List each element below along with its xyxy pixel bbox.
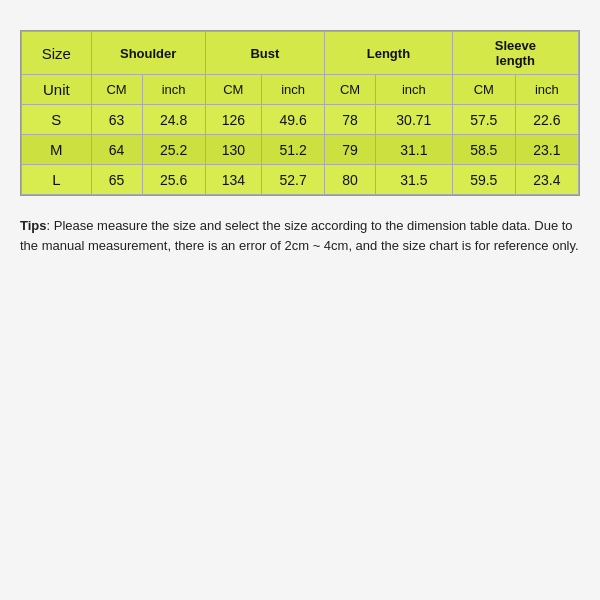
unit-sleeve-inch: inch (515, 75, 578, 105)
l-bust-cm: 134 (205, 165, 261, 195)
l-sleeve-cm: 59.5 (452, 165, 515, 195)
unit-bust-cm: CM (205, 75, 261, 105)
l-bust-inch: 52.7 (262, 165, 325, 195)
tips-label: Tips: Please measure the size and select… (20, 218, 579, 253)
table-row-l: L 65 25.6 134 52.7 80 31.5 59.5 23.4 (22, 165, 579, 195)
table-row-s: S 63 24.8 126 49.6 78 30.71 57.5 22.6 (22, 105, 579, 135)
s-sleeve-inch: 22.6 (515, 105, 578, 135)
m-length-cm: 79 (325, 135, 376, 165)
s-length-inch: 30.71 (376, 105, 453, 135)
header-shoulder: Shoulder (91, 32, 205, 75)
l-sleeve-inch: 23.4 (515, 165, 578, 195)
table-unit-row: Unit CM inch CM inch CM inch CM inch (22, 75, 579, 105)
header-bust: Bust (205, 32, 324, 75)
m-sleeve-inch: 23.1 (515, 135, 578, 165)
unit-sleeve-cm: CM (452, 75, 515, 105)
header-length: Length (325, 32, 453, 75)
header-sleeve: Sleeve length (452, 32, 578, 75)
unit-bust-inch: inch (262, 75, 325, 105)
s-bust-cm: 126 (205, 105, 261, 135)
m-sleeve-cm: 58.5 (452, 135, 515, 165)
l-length-inch: 31.5 (376, 165, 453, 195)
m-bust-inch: 51.2 (262, 135, 325, 165)
m-shoulder-cm: 64 (91, 135, 142, 165)
l-shoulder-inch: 25.6 (142, 165, 205, 195)
l-length-cm: 80 (325, 165, 376, 195)
size-m: M (22, 135, 92, 165)
unit-length-cm: CM (325, 75, 376, 105)
unit-shoulder-cm: CM (91, 75, 142, 105)
s-bust-inch: 49.6 (262, 105, 325, 135)
m-length-inch: 31.1 (376, 135, 453, 165)
size-table: Size Shoulder Bust Length Sleeve length … (21, 31, 579, 195)
size-table-wrapper: Size Shoulder Bust Length Sleeve length … (20, 30, 580, 196)
table-row-m: M 64 25.2 130 51.2 79 31.1 58.5 23.1 (22, 135, 579, 165)
header-size: Size (22, 32, 92, 75)
l-shoulder-cm: 65 (91, 165, 142, 195)
m-bust-cm: 130 (205, 135, 261, 165)
s-length-cm: 78 (325, 105, 376, 135)
unit-shoulder-inch: inch (142, 75, 205, 105)
unit-label: Unit (22, 75, 92, 105)
s-shoulder-cm: 63 (91, 105, 142, 135)
size-s: S (22, 105, 92, 135)
s-shoulder-inch: 24.8 (142, 105, 205, 135)
size-l: L (22, 165, 92, 195)
unit-length-inch: inch (376, 75, 453, 105)
tips-text: : Please measure the size and select the… (20, 218, 579, 253)
table-header-row: Size Shoulder Bust Length Sleeve length (22, 32, 579, 75)
m-shoulder-inch: 25.2 (142, 135, 205, 165)
tips-section: Tips: Please measure the size and select… (20, 216, 580, 255)
s-sleeve-cm: 57.5 (452, 105, 515, 135)
